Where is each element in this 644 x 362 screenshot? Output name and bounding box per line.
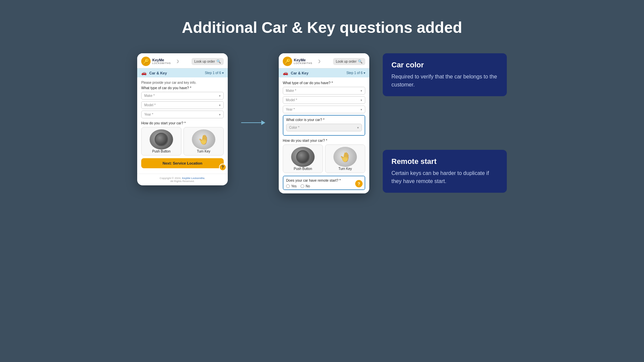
page-title: Additional Car & Key questions added xyxy=(182,18,462,37)
right-color-arrow: ▾ xyxy=(357,126,359,129)
left-turn-key-image: 🤚 xyxy=(192,129,215,149)
remote-start-card: Remote start Certain keys can be harder … xyxy=(383,150,507,193)
left-moon-icon: ☽ xyxy=(175,59,179,64)
right-step-label: Car & Key xyxy=(291,71,309,75)
car-color-body: Required to verify that the car belongs … xyxy=(391,73,498,89)
left-step-label: Car & Key xyxy=(149,71,167,75)
remote-start-title: Remote start xyxy=(391,157,498,166)
left-next-label: Next: Service Location xyxy=(163,161,203,165)
annotations-panel: Car color Required to verify that the ca… xyxy=(383,53,507,193)
remote-help-badge[interactable]: ? xyxy=(355,180,363,187)
car-color-title: Car color xyxy=(391,61,498,69)
left-step-bar: 🚗 Car & Key Step 1 of 6 ▾ xyxy=(137,68,228,77)
left-push-btn-image xyxy=(150,129,173,149)
left-step-count: Step 1 of 6 ▾ xyxy=(205,71,224,75)
left-logo-icon: 🔑 xyxy=(141,57,151,66)
right-phone: 🔑 KeyMe LOCKSMITHS ☽ Look up order 🔍 🚗 C… xyxy=(279,53,369,193)
left-lookup-label: Look up order xyxy=(194,60,215,63)
left-subtitle: Please provide your car and key info. xyxy=(141,81,224,84)
right-push-btn-image xyxy=(291,147,315,167)
right-step-bar: 🚗 Car & Key Step 1 of 6 ▾ xyxy=(279,68,369,77)
left-make-dropdown[interactable]: Make * ▾ xyxy=(141,92,224,100)
right-model-arrow: ▾ xyxy=(361,99,362,102)
arrow-line xyxy=(241,122,261,123)
right-make-dropdown[interactable]: Make * ▾ xyxy=(283,87,365,95)
right-car-options: Push Button 🤚 Turn Key xyxy=(283,144,365,173)
right-car-type-question: What type of car do you have? * xyxy=(283,81,365,85)
annotation-spacer xyxy=(383,103,507,143)
right-turn-key-label: Turn Key xyxy=(338,167,352,171)
arrow-head xyxy=(261,120,265,125)
right-logo: 🔑 KeyMe LOCKSMITHS xyxy=(283,57,313,66)
left-model-dropdown[interactable]: Model * ▾ xyxy=(141,101,224,109)
right-logo-top: KeyMe xyxy=(294,58,313,62)
left-help-badge: ? xyxy=(219,164,226,171)
right-car-icon: 🚗 xyxy=(283,70,288,75)
left-year-arrow: ▾ xyxy=(219,113,221,116)
right-model-dropdown[interactable]: Model * ▾ xyxy=(283,96,365,104)
right-turn-key-image: 🤚 xyxy=(333,147,357,167)
right-phone-header: 🔑 KeyMe LOCKSMITHS ☽ Look up order 🔍 xyxy=(279,53,369,68)
left-year-dropdown[interactable]: Year * ▾ xyxy=(141,111,224,118)
right-logo-icon: 🔑 xyxy=(283,57,292,66)
radio-row: Yes No xyxy=(286,184,362,188)
left-phone-header: 🔑 KeyMe LOCKSMITHS ☽ Look up order 🔍 xyxy=(137,53,228,68)
radio-yes[interactable]: Yes xyxy=(286,184,297,188)
remote-section-highlight: Does your car have remote start? * Yes N… xyxy=(283,176,365,190)
right-step-count: Step 1 of 6 ▾ xyxy=(346,71,365,75)
left-logo-bottom: LOCKSMITHS xyxy=(152,62,171,65)
left-push-button-option[interactable]: Push Button xyxy=(141,127,181,156)
right-year-dropdown[interactable]: Year * ▾ xyxy=(283,106,365,113)
right-lookup-button[interactable]: Look up order 🔍 xyxy=(333,58,365,65)
radio-yes-circle xyxy=(286,184,290,188)
left-lookup-button[interactable]: Look up order 🔍 xyxy=(192,58,224,65)
left-start-question: How do you start your car? * xyxy=(141,121,224,125)
right-color-question: What color is your car? * xyxy=(286,118,362,122)
left-turn-key-option[interactable]: 🤚 Turn Key xyxy=(183,127,224,156)
color-section-highlight: What color is your car? * Color * ▾ xyxy=(283,115,365,136)
radio-no[interactable]: No xyxy=(301,184,310,188)
left-logo-top: KeyMe xyxy=(152,58,171,62)
left-car-options: Push Button 🤚 Turn Key xyxy=(141,127,224,156)
right-year-arrow: ▾ xyxy=(361,108,362,111)
right-remote-question: Does your car have remote start? * xyxy=(286,178,362,182)
left-turn-key-label: Turn Key xyxy=(197,149,210,153)
right-start-question: How do you start your car? * xyxy=(283,138,365,142)
left-make-arrow: ▾ xyxy=(219,94,221,98)
radio-no-circle xyxy=(301,184,304,188)
right-turn-key-option[interactable]: 🤚 Turn Key xyxy=(325,144,365,173)
right-color-dropdown[interactable]: Color * ▾ xyxy=(286,124,362,131)
left-model-arrow: ▾ xyxy=(219,104,221,107)
left-car-type-question: What type of car do you have? * xyxy=(141,86,224,90)
left-search-icon: 🔍 xyxy=(216,59,221,64)
right-make-arrow: ▾ xyxy=(361,89,362,93)
right-phone-body: What type of car do you have? * Make * ▾… xyxy=(279,77,369,193)
left-push-button-label: Push Button xyxy=(152,149,170,153)
left-phone: 🔑 KeyMe LOCKSMITHS ☽ Look up order 🔍 🚗 C… xyxy=(137,53,228,185)
car-color-card: Car color Required to verify that the ca… xyxy=(383,53,507,96)
left-next-button[interactable]: Next: Service Location ? xyxy=(141,158,224,168)
left-copyright-link[interactable]: KeyMe Locksmiths xyxy=(182,177,205,180)
right-push-button-option[interactable]: Push Button xyxy=(283,144,323,173)
right-logo-bottom: LOCKSMITHS xyxy=(294,62,313,65)
right-search-icon: 🔍 xyxy=(358,59,363,64)
right-push-button-label: Push Button xyxy=(294,167,312,171)
left-logo: 🔑 KeyMe LOCKSMITHS xyxy=(141,57,171,66)
left-phone-body: Please provide your car and key info. Wh… xyxy=(137,77,228,172)
main-content: 🔑 KeyMe LOCKSMITHS ☽ Look up order 🔍 🚗 C… xyxy=(0,53,644,193)
left-car-icon: 🚗 xyxy=(141,70,147,75)
right-lookup-label: Look up order xyxy=(336,60,357,63)
right-moon-icon: ☽ xyxy=(317,59,321,64)
left-copyright: Copyright © 2024, KeyMe Locksmiths. All … xyxy=(137,174,228,185)
remote-start-body: Certain keys can be harder to duplicate … xyxy=(391,169,498,185)
arrow-connector xyxy=(241,120,265,125)
